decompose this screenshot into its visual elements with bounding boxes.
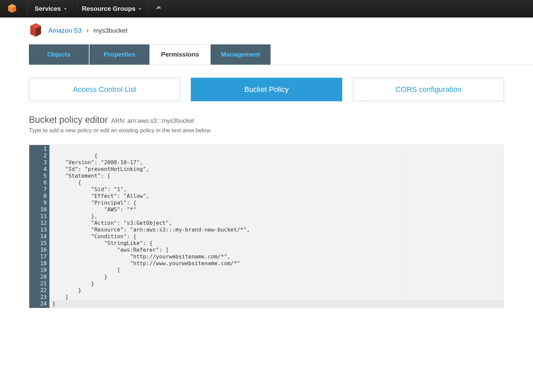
cors-label: CORS configuration	[395, 85, 461, 94]
cors-configuration-button[interactable]: CORS configuration	[353, 78, 504, 101]
editor-title: Bucket policy editor	[29, 115, 108, 125]
bucket-policy-button[interactable]: Bucket Policy	[191, 78, 342, 101]
services-label: Services	[35, 5, 61, 12]
tab-objects[interactable]: Objects	[29, 44, 89, 65]
permission-sub-buttons: Access Control List Bucket Policy CORS c…	[29, 78, 504, 101]
editor-description: Type to add a new policy or edit an exis…	[29, 127, 504, 134]
acl-label: Access Control List	[73, 85, 136, 94]
code-text-area[interactable]: { "Version": "2008-10-17", "Id": "preven…	[49, 145, 504, 308]
tab-objects-label: Objects	[47, 51, 71, 58]
tab-properties-label: Properties	[104, 51, 135, 58]
breadcrumb-row: Amazon S3 › mys3bucket	[0, 17, 533, 38]
editor-header: Bucket policy editor ARN: arn:aws:s3:::m…	[29, 115, 504, 125]
resource-groups-label: Resource Groups	[82, 5, 135, 12]
line-number-gutter: 123456789101112131415161718192021222324	[29, 145, 49, 308]
main-tabs: Objects Properties Permissions Managemen…	[29, 44, 533, 65]
tab-properties[interactable]: Properties	[90, 44, 149, 65]
services-menu[interactable]: Services ▾	[27, 0, 74, 17]
bucket-policy-label: Bucket Policy	[244, 85, 289, 94]
top-navigation: Services ▾ Resource Groups ▾	[0, 0, 533, 17]
s3-service-icon	[29, 23, 42, 39]
editor-arn: ARN: arn:aws:s3:::mys3bucket	[111, 117, 194, 124]
tab-permissions[interactable]: Permissions	[150, 44, 210, 65]
page-content: Amazon S3 › mys3bucket Objects Propertie…	[0, 17, 533, 308]
tab-management-label: Management	[221, 51, 260, 58]
tab-management[interactable]: Management	[211, 44, 271, 65]
resource-groups-menu[interactable]: Resource Groups ▾	[74, 0, 148, 17]
access-control-list-button[interactable]: Access Control List	[29, 78, 180, 101]
chevron-down-icon: ▾	[139, 6, 141, 11]
breadcrumb-root-link[interactable]: Amazon S3	[48, 27, 81, 34]
chevron-down-icon: ▾	[64, 6, 66, 11]
aws-cube-icon[interactable]	[7, 3, 17, 14]
breadcrumb: Amazon S3 › mys3bucket	[48, 26, 128, 35]
pin-icon[interactable]	[149, 5, 167, 13]
tab-permissions-label: Permissions	[161, 51, 199, 58]
policy-code-editor[interactable]: 123456789101112131415161718192021222324 …	[29, 145, 504, 308]
breadcrumb-current: mys3bucket	[94, 27, 128, 34]
breadcrumb-separator: ›	[86, 26, 88, 35]
